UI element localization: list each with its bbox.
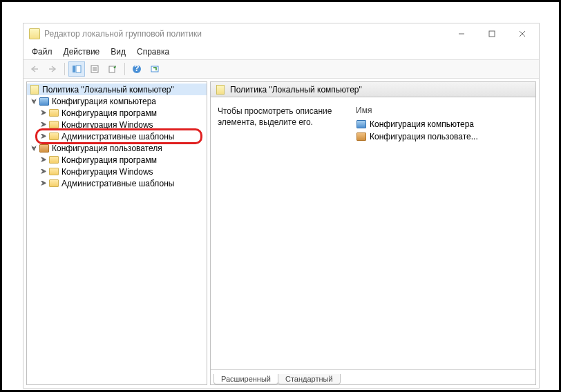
- svg-rect-10: [109, 66, 115, 72]
- app-window: Редактор локальной групповой политики Фа…: [23, 23, 540, 389]
- svg-rect-1: [489, 31, 495, 37]
- tree-label: Административные шаблоны: [61, 179, 174, 188]
- tree-comp-admin-templates[interactable]: ⮞ Административные шаблоны: [27, 130, 207, 142]
- filter-button[interactable]: [146, 61, 163, 77]
- computer-icon: [356, 119, 367, 130]
- list-item-label: Конфигурация пользовате...: [370, 132, 478, 141]
- minimize-button[interactable]: [446, 24, 477, 43]
- app-icon: [29, 28, 40, 39]
- details-panel: Политика "Локальный компьютер" Чтобы про…: [210, 81, 536, 385]
- screenshot-frame: Редактор локальной групповой политики Фа…: [0, 0, 561, 392]
- tree-user-admin-templates[interactable]: ⮞ Административные шаблоны: [27, 177, 207, 189]
- show-tree-button[interactable]: [68, 61, 85, 77]
- window-title: Редактор локальной групповой политики: [44, 29, 446, 39]
- policy-icon: [29, 84, 40, 95]
- tree-label: Конфигурация программ: [61, 108, 157, 118]
- tree-user-config[interactable]: ⮟ Конфигурация пользователя: [27, 142, 207, 154]
- menu-view[interactable]: Вид: [105, 46, 131, 58]
- toolbar: ?: [23, 59, 539, 79]
- expand-icon[interactable]: ⮞: [39, 133, 48, 140]
- folder-icon: [48, 166, 59, 177]
- tree-panel[interactable]: Политика "Локальный компьютер" ⮟ Конфигу…: [26, 81, 207, 385]
- forward-button[interactable]: [44, 61, 61, 77]
- computer-icon: [39, 96, 50, 107]
- properties-button[interactable]: [86, 61, 103, 77]
- tree-label: Конфигурация пользователя: [52, 144, 162, 153]
- maximize-button[interactable]: [477, 24, 507, 43]
- user-icon: [39, 143, 50, 154]
- tree-label: Конфигурация Windows: [61, 167, 153, 177]
- menu-file[interactable]: Файл: [26, 46, 58, 58]
- tree-comp-programs[interactable]: ⮞ Конфигурация программ: [27, 107, 207, 119]
- expand-icon[interactable]: ⮞: [39, 180, 48, 187]
- svg-rect-13: [151, 66, 158, 72]
- tree-label: Конфигурация компьютера: [52, 97, 156, 106]
- tab-standard[interactable]: Стандартный: [278, 374, 341, 384]
- expand-icon[interactable]: ⮞: [39, 121, 48, 128]
- tree-label: Конфигурация программ: [61, 155, 157, 165]
- collapse-icon[interactable]: ⮟: [30, 145, 38, 152]
- details-content: Чтобы просмотреть описание элемента, выд…: [211, 97, 535, 369]
- list-item-user-config[interactable]: Конфигурация пользовате...: [356, 130, 529, 143]
- expand-icon[interactable]: ⮞: [39, 168, 48, 175]
- tab-extended[interactable]: Расширенный: [213, 374, 278, 384]
- list-item-computer-config[interactable]: Конфигурация компьютера: [356, 118, 529, 130]
- folder-icon: [48, 108, 59, 119]
- folder-icon: [48, 119, 59, 130]
- description-text: Чтобы просмотреть описание: [218, 106, 335, 117]
- details-title: Политика "Локальный компьютер": [230, 85, 362, 95]
- svg-text:?: ?: [134, 64, 139, 73]
- tree-comp-windows[interactable]: ⮞ Конфигурация Windows: [27, 119, 207, 130]
- menu-action[interactable]: Действие: [58, 46, 106, 58]
- policy-icon: [215, 84, 226, 95]
- back-button[interactable]: [26, 61, 43, 77]
- content-body: Политика "Локальный компьютер" ⮟ Конфигу…: [23, 79, 539, 388]
- menu-help[interactable]: Справка: [131, 46, 175, 58]
- description-text: элемента, выделите его.: [218, 117, 335, 128]
- expand-icon[interactable]: ⮞: [39, 110, 48, 117]
- toolbar-separator: [64, 63, 65, 75]
- menubar: Файл Действие Вид Справка: [23, 44, 539, 59]
- svg-rect-4: [73, 66, 75, 72]
- details-header: Политика "Локальный компьютер": [211, 82, 535, 97]
- folder-icon: [48, 131, 59, 142]
- help-button[interactable]: ?: [129, 61, 145, 77]
- tree-root[interactable]: Политика "Локальный компьютер": [27, 84, 207, 95]
- tree-label: Административные шаблоны: [61, 132, 174, 141]
- tree-computer-config[interactable]: ⮟ Конфигурация компьютера: [27, 95, 207, 107]
- collapse-icon[interactable]: ⮟: [30, 98, 38, 105]
- tree-label: Конфигурация Windows: [61, 120, 153, 130]
- expand-icon[interactable]: ⮞: [39, 157, 48, 164]
- tree-user-programs[interactable]: ⮞ Конфигурация программ: [27, 154, 207, 166]
- list-item-label: Конфигурация компьютера: [370, 119, 474, 129]
- export-button[interactable]: [104, 61, 121, 77]
- close-button[interactable]: [507, 24, 538, 43]
- list-pane: Имя Конфигурация компьютера Конфигурация…: [356, 106, 529, 361]
- svg-rect-5: [76, 66, 81, 72]
- column-header-name[interactable]: Имя: [356, 106, 529, 118]
- view-tabs: Расширенный Стандартный: [211, 369, 535, 384]
- user-icon: [356, 131, 367, 142]
- tree-root-label: Политика "Локальный компьютер": [42, 85, 174, 95]
- folder-icon: [48, 178, 59, 189]
- description-pane: Чтобы просмотреть описание элемента, выд…: [218, 106, 335, 361]
- tree-user-windows[interactable]: ⮞ Конфигурация Windows: [27, 166, 207, 177]
- titlebar: Редактор локальной групповой политики: [23, 23, 539, 44]
- folder-icon: [48, 155, 59, 166]
- toolbar-separator: [124, 63, 125, 75]
